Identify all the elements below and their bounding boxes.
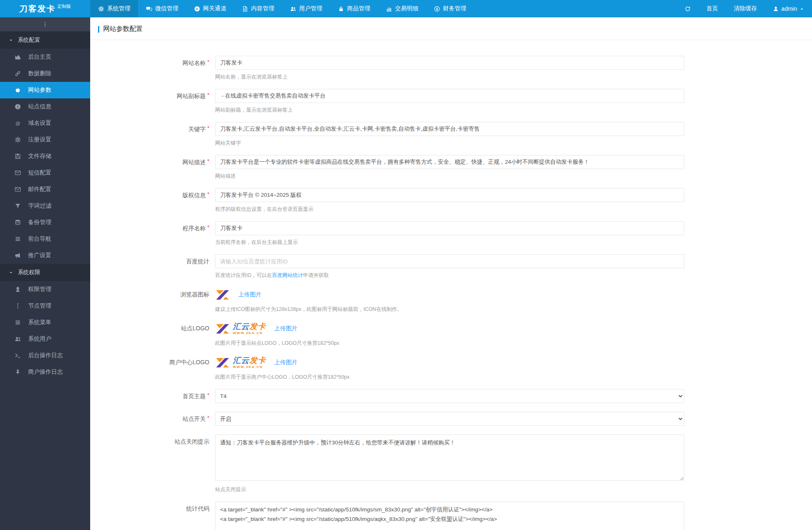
field-control-copyright: 程序的版权信息设置，在后台登录页面显示 <box>215 188 684 213</box>
pcircle-icon <box>194 6 200 12</box>
nav-item-label: 微信管理 <box>155 5 178 12</box>
form-row-stat_code: 统计代码<a target="_blank" href="#" ><img sr… <box>90 501 812 530</box>
page-title: 网站参数配置 <box>103 25 143 33</box>
merchant-logo-upload-link[interactable]: 上传图片 <box>274 359 297 366</box>
keywords-input[interactable] <box>215 122 684 136</box>
user-icon <box>773 6 779 12</box>
sidebar-collapse-toggle[interactable] <box>0 17 90 31</box>
stat-code-textarea[interactable]: <a target="_blank" href="#" ><img src="/… <box>215 501 684 530</box>
field-label-text: 首页主题 <box>182 393 209 399</box>
info-icon <box>14 103 21 110</box>
nav-item-gateway[interactable]: 网关通道 <box>186 0 234 17</box>
sidebar-item-label: 网站参数 <box>28 86 51 94</box>
top-nav: 系统管理微信管理网关通道内容管理用户管理商品管理交易明细财务管理 <box>90 0 474 17</box>
title-accent-bar <box>98 26 99 33</box>
app-logo[interactable]: 刀客发卡 定制版 <box>0 0 90 17</box>
nav-item-user[interactable]: 用户管理 <box>282 0 330 17</box>
brand-text: 汇云发卡WWW.3KA.CN <box>233 356 266 369</box>
nav-item-goods[interactable]: 商品管理 <box>330 0 378 17</box>
users-icon <box>14 336 21 342</box>
sidebar-item-email[interactable]: 邮件配置 <box>0 181 90 198</box>
baidu-tongji-link[interactable]: 百度网站统计 <box>272 272 303 278</box>
nav-item-label: 交易明细 <box>395 5 418 12</box>
field-label-favicon: 浏览器图标 <box>90 287 215 313</box>
nav-item-label: 商品管理 <box>347 5 370 12</box>
field-label-text: 站点LOGO <box>181 325 209 332</box>
field-control-site_name: 网站名称，显示在浏览器标签上 <box>215 56 684 81</box>
sidebar-item-storage[interactable]: 文件存储 <box>0 148 90 165</box>
sidebar-section-sysauth[interactable]: 系统权限 <box>0 264 90 281</box>
field-label-program_name: 程序名称 <box>90 221 215 246</box>
sidebar-item-node[interactable]: 节点管理 <box>0 298 90 314</box>
site-switch-select[interactable]: 开启 <box>215 412 684 426</box>
user-menu[interactable]: admin <box>765 0 812 17</box>
gear-icon <box>14 136 21 143</box>
sidebar-item-front-nav[interactable]: 前台导航 <box>0 231 90 247</box>
sidebar-item-merchant-log[interactable]: 商户操作日志 <box>0 364 90 380</box>
refresh-button[interactable] <box>677 0 699 17</box>
sidebar-item-sys-menu[interactable]: 系统菜单 <box>0 314 90 331</box>
site-params-form: 网站名称网站名称，显示在浏览器标签上网站副标题网站副标题，显示在浏览器标签上关键… <box>90 40 812 530</box>
form-row-site_subtitle: 网站副标题网站副标题，显示在浏览器标签上 <box>90 89 812 114</box>
sidebar-item-dashboard[interactable]: 后台主页 <box>0 49 90 65</box>
description-input[interactable] <box>215 155 684 169</box>
sidebar-item-sys-user[interactable]: 系统用户 <box>0 331 90 347</box>
sidebar-item-promotion[interactable]: 推广设置 <box>0 247 90 264</box>
field-control-site_logo: 汇云发卡WWW.3KA.CN上传图片此图片用于显示站点LOGO，LOGO尺寸推荐… <box>215 321 684 347</box>
site-subtitle-input[interactable] <box>215 89 684 103</box>
sidebar-item-label: 系统菜单 <box>28 319 51 326</box>
site-logo-upload-link[interactable]: 上传图片 <box>274 325 297 332</box>
sidebar-item-admin-log[interactable]: 后台操作日志 <box>0 347 90 364</box>
sidebar-item-site-params[interactable]: 网站参数 <box>0 82 90 98</box>
nav-item-finance[interactable]: 财务管理 <box>426 0 474 17</box>
sidebar-item-auth[interactable]: 权限管理 <box>0 281 90 298</box>
sidebar-item-label: 商户操作日志 <box>28 368 63 376</box>
field-label-copyright: 版权信息 <box>90 188 215 213</box>
field-control-stat_code: <a target="_blank" href="#" ><img src="/… <box>215 501 684 530</box>
nav-item-system[interactable]: 系统管理 <box>90 0 138 17</box>
form-row-keywords: 关键字网站关键字 <box>90 122 812 147</box>
home-link[interactable]: 首页 <box>699 0 726 17</box>
brand-logo-preview: 汇云发卡WWW.3KA.CN <box>215 322 266 335</box>
sidebar-item-word-filter[interactable]: 字词过滤 <box>0 198 90 214</box>
favicon-upload-row: 上传图片 <box>215 287 684 302</box>
favicon-upload-link[interactable]: 上传图片 <box>238 291 261 298</box>
home-link-label: 首页 <box>707 5 718 12</box>
program-name-input[interactable] <box>215 221 684 235</box>
nav-item-label: 用户管理 <box>299 5 322 12</box>
brand-name-part1: 汇云 <box>233 322 249 331</box>
form-row-close_notice: 站点关闭提示通知：刀客发卡平台服务器维护升级中，预计30分钟左右，给您带来不便请… <box>90 435 812 493</box>
sidebar-item-label: 权限管理 <box>28 286 51 293</box>
nav-item-content[interactable]: 内容管理 <box>234 0 282 17</box>
nav-item-label: 网关通道 <box>203 5 226 12</box>
close-notice-textarea[interactable]: 通知：刀客发卡平台服务器维护升级中，预计30分钟左右，给您带来不便请谅解！请稍候… <box>215 435 684 481</box>
brand-name-part2: 发卡 <box>249 356 266 365</box>
sidebar-item-backup[interactable]: 备份管理 <box>0 214 90 231</box>
home-theme-select[interactable]: T4 <box>215 389 684 403</box>
sidebar-item-register[interactable]: 注册设置 <box>0 131 90 148</box>
field-help-copyright: 程序的版权信息设置，在后台登录页面显示 <box>215 206 684 213</box>
sidebar-item-sms[interactable]: 短信配置 <box>0 165 90 181</box>
form-row-site_switch: 站点开关开启 <box>90 412 812 426</box>
floppy-icon <box>14 153 21 160</box>
file-icon <box>242 6 248 12</box>
form-row-description: 网站描述网站描述 <box>90 155 812 180</box>
nav-item-wechat[interactable]: 微信管理 <box>138 0 186 17</box>
nav-item-trade[interactable]: 交易明细 <box>378 0 426 17</box>
field-control-program_name: 当前程序名称，在后台主标题上显示 <box>215 221 684 246</box>
sidebar-item-data-delete[interactable]: 数据删除 <box>0 65 90 82</box>
field-label-baidu_tongji: 百度统计 <box>90 254 215 279</box>
sidebar-item-domain[interactable]: 域名设置 <box>0 115 90 131</box>
sidebar-section-sysconf[interactable]: 系统配置 <box>0 31 90 49</box>
logomark-icon <box>215 322 230 335</box>
field-help-site_name: 网站名称，显示在浏览器标签上 <box>215 74 684 81</box>
copyright-input[interactable] <box>215 188 684 202</box>
field-control-merchant_logo: 汇云发卡WWW.3KA.CN上传图片此图片用于显示商户中心LOGO，LOGO尺寸… <box>215 355 684 381</box>
topbar-actions: 首页 清除缓存 admin <box>677 0 812 17</box>
sidebar-item-site-info[interactable]: 站点信息 <box>0 98 90 115</box>
site-name-input[interactable] <box>215 56 684 70</box>
baidu-tongji-input[interactable] <box>215 254 684 268</box>
username: admin <box>781 5 797 12</box>
form-row-favicon: 浏览器图标上传图片建议上传ICO图标的尺寸为128x128px，此图标用于网站标… <box>90 287 812 313</box>
clear-cache-link[interactable]: 清除缓存 <box>726 0 765 17</box>
